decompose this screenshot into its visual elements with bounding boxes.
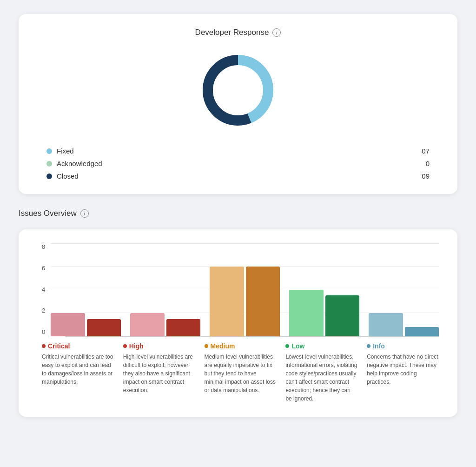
cat-dot-medium: [205, 344, 208, 348]
donut-chart: [196, 48, 280, 132]
y-label-2: 2: [42, 307, 45, 314]
chart-inner: 0 2 4 6 8: [42, 243, 439, 336]
legend-item-acknowledged: Acknowledged 0: [46, 160, 430, 167]
bar-high-accent: [166, 319, 200, 336]
category-title-medium: Medium: [205, 342, 277, 350]
category-title-low: Low: [285, 342, 357, 350]
bar-high-main: [130, 313, 164, 336]
category-desc-critical: Critical vulnerabilities are too easy to…: [42, 353, 114, 386]
legend: Fixed 07 Acknowledged 0 Closed 09: [37, 147, 439, 180]
cat-dot-high: [123, 344, 127, 348]
issues-chart-container: 0 2 4 6 8: [19, 229, 457, 417]
category-title-high: High: [123, 342, 195, 350]
card-title-text: Developer Response: [195, 28, 269, 37]
developer-response-info-icon[interactable]: i: [272, 28, 281, 37]
y-axis: 0 2 4 6 8: [42, 243, 51, 336]
legend-value-fixed: 07: [416, 147, 430, 155]
category-desc-low: Lowest-level vulnerabilities, informatio…: [285, 353, 357, 403]
category-title-info: Info: [367, 342, 439, 350]
legend-label-closed: Closed: [57, 172, 411, 180]
category-desc-info: Concerns that have no direct negative im…: [367, 353, 439, 386]
developer-response-title: Developer Response i: [37, 28, 439, 37]
legend-dot-closed: [46, 173, 52, 179]
bar-critical-main: [51, 313, 85, 336]
category-medium: Medium Medium-level vulnerabilities are …: [205, 337, 277, 403]
bar-info-accent: [405, 327, 439, 336]
category-title-critical: Critical: [42, 342, 114, 350]
y-label-0: 0: [42, 328, 45, 335]
legend-value-closed: 09: [416, 172, 430, 180]
category-desc-medium: Medium-level vulnerabilities are equally…: [205, 353, 277, 394]
legend-label-fixed: Fixed: [57, 147, 411, 155]
category-info: Info Concerns that have no direct negati…: [367, 337, 439, 403]
cat-dot-critical: [42, 344, 46, 348]
y-label-6: 6: [42, 265, 45, 272]
cat-dot-info: [367, 344, 370, 348]
bar-group-low: [289, 243, 359, 336]
category-high: High High-level vulnerabilities are diff…: [123, 337, 195, 403]
issues-overview-title: Issues Overview i: [19, 209, 457, 218]
legend-label-acknowledged: Acknowledged: [57, 160, 411, 167]
bar-low-accent: [325, 295, 359, 336]
developer-response-card: Developer Response i Fixed 07 Acknowledg…: [19, 14, 457, 194]
legend-dot-fixed: [46, 148, 52, 154]
donut-chart-container: [37, 48, 439, 132]
y-label-8: 8: [42, 243, 45, 250]
bar-group-medium: [210, 243, 280, 336]
issues-title-text: Issues Overview: [19, 209, 77, 218]
issues-info-icon[interactable]: i: [80, 209, 89, 218]
bar-medium-accent: [246, 267, 280, 336]
bars-area: [51, 243, 439, 336]
bars-wrapper: [51, 243, 439, 336]
y-label-4: 4: [42, 286, 45, 293]
bar-group-critical: [51, 243, 121, 336]
bar-info-main: [369, 313, 403, 336]
legend-item-closed: Closed 09: [46, 172, 430, 180]
bar-low-main: [289, 290, 323, 336]
categories: Critical Critical vulnerabilities are to…: [42, 337, 439, 403]
issues-overview-section: Issues Overview i 0 2 4 6 8: [19, 209, 457, 417]
cat-dot-low: [285, 344, 289, 348]
legend-dot-acknowledged: [46, 161, 52, 167]
legend-item-fixed: Fixed 07: [46, 147, 430, 155]
legend-value-acknowledged: 0: [416, 160, 430, 167]
bar-group-info: [369, 243, 439, 336]
category-low: Low Lowest-level vulnerabilities, inform…: [285, 337, 357, 403]
category-critical: Critical Critical vulnerabilities are to…: [42, 337, 114, 403]
bar-group-high: [130, 243, 200, 336]
bar-critical-accent: [87, 319, 121, 336]
bar-medium-main: [210, 267, 244, 336]
category-desc-high: High-level vulnerabilities are difficult…: [123, 353, 195, 394]
